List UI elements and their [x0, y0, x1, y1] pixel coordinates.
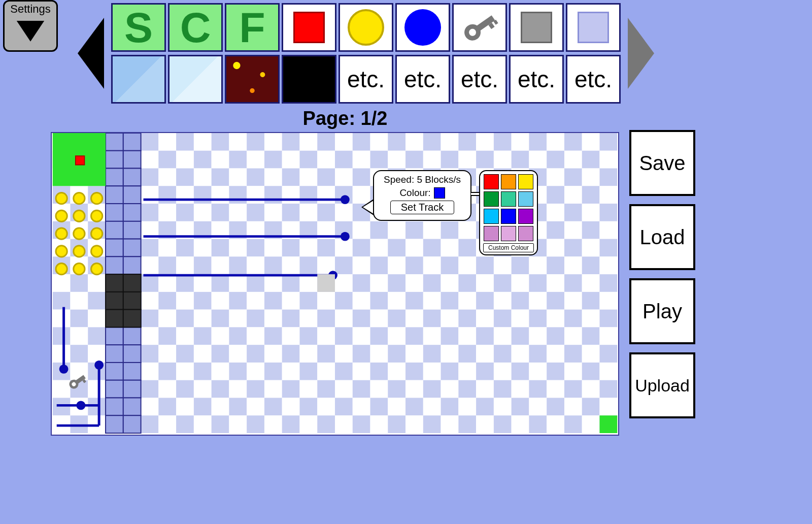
load-button[interactable]: Load — [629, 204, 695, 270]
colour-cell-1[interactable] — [501, 174, 516, 189]
svg-rect-401 — [212, 345, 229, 363]
colour-cell-0[interactable] — [484, 174, 499, 189]
svg-rect-237 — [141, 256, 159, 274]
colour-cell-2[interactable] — [518, 174, 533, 189]
svg-rect-62 — [441, 151, 459, 169]
svg-rect-373 — [282, 327, 300, 345]
colour-swatch[interactable] — [434, 187, 445, 199]
custom-colour-button[interactable]: Custom Colour — [483, 243, 534, 252]
svg-rect-391 — [599, 327, 617, 345]
svg-rect-431 — [176, 363, 194, 380]
svg-rect-423 — [599, 345, 617, 363]
svg-rect-197 — [564, 221, 582, 239]
save-button[interactable]: Save — [629, 130, 695, 196]
svg-rect-404 — [264, 345, 282, 363]
tile-black[interactable] — [282, 55, 336, 104]
svg-point-603 — [56, 246, 67, 257]
palette-prev-button[interactable] — [73, 8, 109, 99]
svg-rect-83 — [247, 169, 264, 186]
svg-rect-485 — [564, 380, 582, 398]
svg-rect-34 — [512, 133, 529, 151]
svg-rect-113 — [212, 186, 229, 204]
svg-point-621 — [76, 401, 85, 410]
svg-rect-328 — [53, 310, 71, 328]
tile-finish[interactable]: F — [225, 3, 280, 52]
colour-cell-7[interactable] — [501, 209, 516, 224]
svg-rect-347 — [388, 310, 405, 328]
tile-etc-1[interactable]: etc. — [339, 55, 393, 104]
svg-rect-258 — [512, 256, 529, 274]
svg-rect-419 — [529, 345, 547, 363]
tile-lavender-square[interactable] — [566, 3, 621, 52]
svg-rect-553 — [123, 133, 141, 151]
tile-vlblue[interactable] — [168, 55, 223, 104]
tile-lava[interactable] — [225, 55, 280, 104]
svg-rect-250 — [370, 256, 388, 274]
svg-rect-20 — [264, 133, 282, 151]
svg-rect-67 — [529, 151, 547, 169]
colour-cell-3[interactable] — [484, 191, 499, 207]
settings-button[interactable]: Settings — [3, 0, 58, 52]
svg-rect-336 — [194, 310, 212, 328]
svg-rect-627 — [599, 415, 617, 433]
svg-rect-209 — [212, 239, 229, 257]
colour-cell-6[interactable] — [484, 209, 499, 224]
tile-checkpoint[interactable]: C — [168, 3, 223, 52]
svg-rect-493 — [141, 398, 159, 415]
colour-cell-9[interactable] — [484, 226, 499, 241]
svg-rect-148 — [264, 204, 282, 221]
tile-grey-square[interactable] — [509, 3, 564, 52]
colour-cell-10[interactable] — [501, 226, 516, 241]
svg-rect-398 — [158, 345, 176, 363]
svg-rect-577 — [123, 345, 141, 363]
colour-cell-8[interactable] — [518, 209, 533, 224]
colour-row: Colour: — [399, 187, 445, 199]
svg-rect-282 — [370, 274, 388, 292]
set-track-button[interactable]: Set Track — [390, 201, 454, 214]
svg-rect-292 — [547, 274, 564, 292]
colour-cell-4[interactable] — [501, 191, 516, 207]
colour-cell-11[interactable] — [518, 226, 533, 241]
svg-rect-408 — [335, 345, 353, 363]
svg-rect-56 — [335, 151, 353, 169]
svg-rect-416 — [476, 345, 494, 363]
palette-next-button[interactable] — [623, 8, 659, 99]
tile-etc-2[interactable]: etc. — [395, 55, 450, 104]
tile-red-square[interactable] — [282, 3, 336, 52]
svg-rect-410 — [370, 345, 388, 363]
svg-rect-303 — [176, 292, 194, 310]
svg-rect-470 — [299, 380, 317, 398]
svg-rect-150 — [299, 204, 317, 221]
svg-rect-145 — [212, 204, 229, 221]
svg-rect-370 — [229, 327, 247, 345]
svg-rect-152 — [335, 204, 353, 221]
tile-start[interactable]: S — [111, 3, 166, 52]
svg-rect-277 — [282, 274, 300, 292]
svg-rect-442 — [370, 363, 388, 380]
tile-etc-3[interactable]: etc. — [452, 55, 507, 104]
svg-rect-199 — [599, 221, 617, 239]
tile-etc-5[interactable]: etc. — [566, 55, 621, 104]
svg-point-607 — [74, 264, 85, 275]
tile-etc-4[interactable]: etc. — [509, 55, 564, 104]
svg-rect-190 — [441, 221, 459, 239]
svg-rect-147 — [247, 204, 264, 221]
svg-rect-584 — [106, 415, 123, 433]
svg-rect-378 — [370, 327, 388, 345]
play-button[interactable]: Play — [629, 278, 695, 344]
svg-rect-529 — [212, 415, 229, 433]
tile-coin[interactable] — [339, 3, 393, 52]
svg-rect-511 — [458, 398, 476, 415]
svg-rect-449 — [494, 363, 512, 380]
tile-key[interactable] — [452, 3, 507, 52]
svg-rect-102 — [582, 169, 600, 186]
svg-rect-510 — [441, 398, 459, 415]
svg-rect-483 — [529, 380, 547, 398]
svg-rect-254 — [441, 256, 459, 274]
svg-rect-462 — [158, 380, 176, 398]
colour-cell-5[interactable] — [518, 191, 533, 207]
tile-blue-dot[interactable] — [395, 3, 450, 52]
svg-rect-360 — [53, 327, 71, 345]
upload-button[interactable]: Upload — [629, 352, 695, 418]
tile-ltblue[interactable] — [111, 55, 166, 104]
